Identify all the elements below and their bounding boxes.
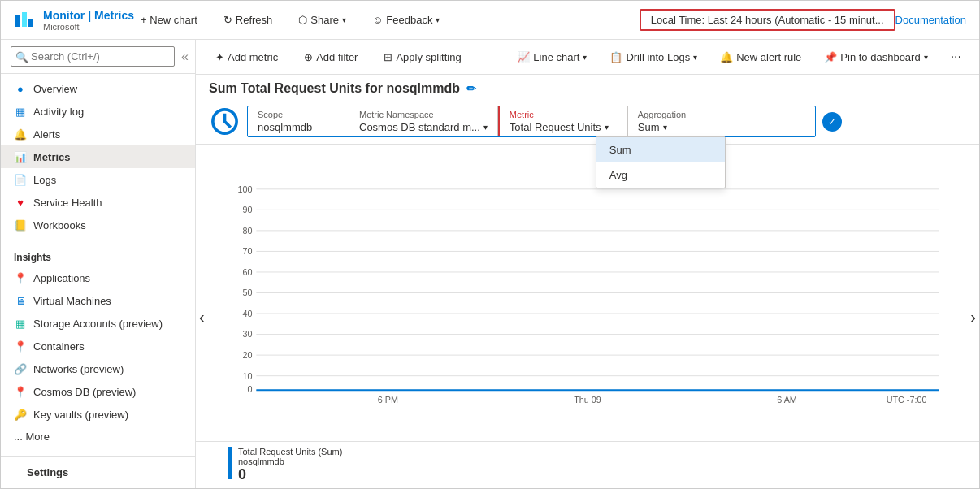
chart-nav-left-button[interactable]: ‹	[199, 307, 205, 326]
add-metric-button[interactable]: ✦ Add metric	[209, 48, 284, 67]
search-icon: 🔍	[15, 50, 28, 63]
metrics-icon: 📊	[14, 150, 27, 163]
sidebar: 🔍 « ● Overview ▦ Activity log 🔔 Alerts	[1, 40, 196, 488]
collapse-sidebar-icon[interactable]: «	[181, 50, 189, 64]
workbooks-icon: 📒	[14, 219, 27, 232]
sidebar-item-alerts[interactable]: 🔔 Alerts	[1, 123, 195, 145]
apply-splitting-button[interactable]: ⊞ Apply splitting	[377, 48, 467, 67]
sidebar-item-networks[interactable]: 🔗 Networks (preview)	[1, 357, 195, 380]
sidebar-item-more[interactable]: ... More	[1, 426, 195, 448]
documentation-link[interactable]: Documentation	[895, 14, 966, 26]
new-chart-button[interactable]: + New chart	[134, 11, 204, 29]
svg-text:0: 0	[247, 384, 252, 394]
alerts-icon: 🔔	[14, 128, 27, 141]
edit-title-icon[interactable]: ✏	[466, 82, 476, 95]
sidebar-item-applications[interactable]: 📍 Applications	[1, 266, 195, 289]
filter-refresh-icon	[209, 106, 241, 137]
line-chart-button[interactable]: 📈 Line chart ▾	[512, 48, 592, 67]
networks-icon: 🔗	[14, 362, 27, 375]
svg-text:40: 40	[242, 309, 252, 318]
sidebar-item-service-health[interactable]: ♥ Service Health	[1, 191, 195, 214]
drill-into-logs-button[interactable]: 📋 Drill into Logs ▾	[605, 48, 702, 67]
metric-section: Metric Total Request Units ▾	[498, 106, 628, 136]
sidebar-item-settings[interactable]: Settings	[14, 461, 182, 483]
activity-log-icon: ▦	[14, 105, 27, 118]
svg-text:6 AM: 6 AM	[777, 395, 797, 405]
drill-logs-icon: 📋	[609, 51, 622, 63]
app-logo-icon	[14, 9, 37, 32]
top-bar-left: Monitor | Metrics Microsoft	[14, 9, 134, 32]
sidebar-item-workbooks[interactable]: 📒 Workbooks	[1, 214, 195, 236]
svg-text:100: 100	[237, 184, 252, 194]
legend-value: 0	[238, 466, 342, 483]
app-title: Monitor | Metrics	[43, 9, 134, 22]
svg-text:50: 50	[242, 288, 252, 297]
chart-container: ‹ › 100 90 80 70 60 50 40 30 20 10	[196, 145, 979, 488]
main-layout: 🔍 « ● Overview ▦ Activity log 🔔 Alerts	[1, 40, 979, 488]
feedback-button[interactable]: ☺ Feedback ▾	[366, 11, 446, 29]
overview-icon: ●	[14, 82, 27, 95]
sidebar-item-metrics[interactable]: 📊 Metrics	[1, 145, 195, 168]
more-options-button[interactable]: ···	[946, 46, 966, 67]
time-selector-button[interactable]: Local Time: Last 24 hours (Automatic - 1…	[640, 9, 895, 31]
sidebar-item-logs[interactable]: 📄 Logs	[1, 168, 195, 191]
apply-splitting-icon: ⊞	[384, 51, 392, 63]
metrics-toolbar: ✦ Add metric ⊕ Add filter ⊞ Apply splitt…	[196, 40, 979, 75]
content-area: ✦ Add metric ⊕ Add filter ⊞ Apply splitt…	[196, 40, 979, 488]
svg-rect-1	[22, 12, 27, 27]
key-vaults-icon: 🔑	[14, 408, 27, 421]
page-title: Sum Total Request Units for nosqlmmdb ✏	[196, 75, 979, 99]
share-button[interactable]: ⬡ Share ▾	[292, 11, 353, 29]
top-bar-actions: + New chart ↻ Refresh ⬡ Share ▾ ☺ Feedba…	[134, 11, 446, 29]
chart-nav-right-button[interactable]: ›	[970, 307, 976, 326]
namespace-caret-icon: ▾	[483, 123, 488, 132]
sidebar-item-key-vaults[interactable]: 🔑 Key vaults (preview)	[1, 403, 195, 426]
sidebar-item-virtual-machines[interactable]: 🖥 Virtual Machines	[1, 289, 195, 312]
svg-text:90: 90	[242, 205, 252, 214]
refresh-button[interactable]: ↻ Refresh	[217, 11, 280, 29]
app-subtitle: Microsoft	[43, 22, 134, 32]
top-bar: Monitor | Metrics Microsoft + New chart …	[1, 1, 979, 40]
sidebar-item-activity-log[interactable]: ▦ Activity log	[1, 100, 195, 123]
new-alert-rule-button[interactable]: 🔔 New alert rule	[715, 48, 806, 67]
scope-input[interactable]	[258, 121, 339, 133]
svg-text:6 PM: 6 PM	[378, 395, 398, 405]
add-filter-icon: ⊕	[304, 51, 313, 63]
pin-dashboard-button[interactable]: 📌 Pin to dashboard ▾	[819, 48, 932, 67]
sidebar-item-overview[interactable]: ● Overview	[1, 77, 195, 100]
sidebar-item-cosmos-db[interactable]: 📍 Cosmos DB (preview)	[1, 380, 195, 403]
namespace-select[interactable]: Cosmos DB standard m... ▾	[359, 121, 488, 133]
sidebar-item-storage-accounts[interactable]: ▦ Storage Accounts (preview)	[1, 312, 195, 335]
aggregation-select[interactable]: Sum ▾	[638, 121, 716, 133]
share-caret-icon: ▾	[342, 15, 346, 24]
svg-rect-2	[28, 19, 33, 27]
svg-text:20: 20	[242, 350, 252, 360]
sidebar-nav: ● Overview ▦ Activity log 🔔 Alerts 📊 Met…	[1, 74, 195, 456]
svg-text:70: 70	[242, 246, 252, 256]
feedback-icon: ☺	[372, 14, 383, 26]
chart-svg: 100 90 80 70 60 50 40 30 20 10 0	[228, 145, 947, 441]
aggregation-option-sum[interactable]: Sum	[596, 137, 725, 162]
insights-section-header: Insights	[1, 244, 195, 266]
search-input[interactable]	[11, 46, 175, 67]
applications-icon: 📍	[14, 271, 27, 284]
aggregation-option-avg[interactable]: Avg	[596, 162, 725, 188]
app-logo: Monitor | Metrics Microsoft	[14, 9, 134, 32]
sidebar-divider	[1, 240, 195, 240]
add-filter-button[interactable]: ⊕ Add filter	[297, 48, 364, 67]
share-icon: ⬡	[298, 14, 307, 26]
feedback-caret-icon: ▾	[436, 15, 440, 24]
chart-svg-area: 100 90 80 70 60 50 40 30 20 10 0	[196, 145, 979, 441]
sidebar-item-containers[interactable]: 📍 Containers	[1, 335, 195, 357]
scope-section: Scope	[248, 106, 349, 136]
metric-caret-icon: ▾	[605, 123, 609, 132]
drill-logs-caret-icon: ▾	[693, 53, 697, 62]
legend-db-label: nosqlmmdb	[238, 457, 342, 466]
pin-icon: 📌	[824, 51, 837, 63]
alert-rule-icon: 🔔	[720, 51, 733, 63]
svg-text:Thu 09: Thu 09	[574, 395, 601, 405]
namespace-section: Metric Namespace Cosmos DB standard m...…	[349, 106, 498, 136]
storage-accounts-icon: ▦	[14, 317, 27, 330]
confirm-filter-icon[interactable]: ✓	[822, 112, 842, 132]
metric-select[interactable]: Total Request Units ▾	[510, 121, 618, 133]
